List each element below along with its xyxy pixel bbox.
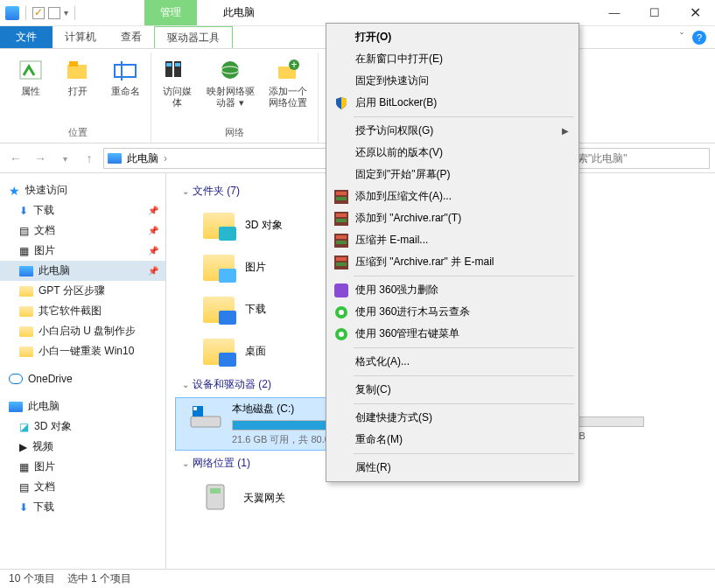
menu-item[interactable]: 重命名(M) (329, 429, 576, 451)
status-selected: 选中 1 个项目 (67, 571, 131, 586)
ribbon-add-net-location[interactable]: +添加一个网络位置 (265, 56, 311, 108)
maximize-button[interactable]: ☐ (634, 0, 675, 26)
menu-item[interactable]: 还原以前的版本(V) (329, 142, 576, 164)
qat-check-2[interactable] (48, 7, 60, 19)
ribbon-rename[interactable]: 重命名 (107, 56, 144, 97)
menu-item[interactable]: 使用 360管理右键菜单 (329, 323, 576, 345)
nav-back[interactable]: ← (5, 148, 26, 169)
folder-icon (19, 346, 33, 357)
360p-icon (333, 283, 349, 298)
menu-item[interactable]: 添加到 "Archive.rar"(T) (329, 207, 576, 229)
tab-computer[interactable]: 计算机 (53, 26, 109, 48)
menu-separator (354, 347, 574, 348)
menu-item[interactable]: 固定到快速访问 (329, 70, 576, 92)
svg-rect-33 (336, 257, 347, 261)
nav-history[interactable]: ▾ (54, 148, 75, 169)
tree-video[interactable]: ▶视频 (0, 437, 165, 457)
qat-check-1[interactable] (32, 7, 45, 19)
ribbon-group-location: 位置 (68, 123, 88, 143)
menu-item[interactable]: 在新窗口中打开(E) (329, 48, 576, 70)
pic-icon: ▦ (19, 461, 29, 473)
svg-rect-31 (336, 241, 347, 244)
status-total: 10 个项目 (9, 571, 55, 586)
folder-icon (19, 306, 33, 317)
tree-3d[interactable]: ◪3D 对象 (0, 416, 165, 437)
svg-rect-17 (191, 416, 221, 427)
360-icon (333, 304, 349, 320)
menu-item[interactable]: 打开(O) (329, 26, 576, 48)
tree-quick-access[interactable]: ★快速访问 (0, 180, 165, 200)
ribbon-collapse-icon[interactable]: ˇ (680, 32, 683, 44)
tree-pics[interactable]: ▦图片 (0, 457, 165, 477)
menu-item[interactable]: 启用 BitLocker(B) (329, 92, 576, 114)
help-icon[interactable]: ? (692, 31, 706, 45)
minimize-button[interactable]: — (594, 0, 634, 26)
menu-item[interactable]: 使用 360强力删除 (329, 279, 576, 301)
tree-dl[interactable]: ⬇下载 (0, 497, 165, 517)
tree-folder[interactable]: GPT 分区步骤 (0, 281, 165, 301)
close-button[interactable]: ✕ (675, 0, 715, 26)
menu-item[interactable]: 属性(R) (329, 457, 576, 479)
tree-this-pc-2[interactable]: 此电脑 (0, 396, 165, 416)
submenu-arrow: ▶ (562, 126, 569, 136)
nav-up[interactable]: ↑ (79, 148, 100, 169)
svg-rect-30 (336, 235, 347, 239)
menu-separator (354, 375, 574, 376)
breadcrumb-root[interactable]: 此电脑 (127, 151, 158, 166)
rar-icon (333, 211, 349, 227)
menu-separator (354, 403, 574, 404)
nav-tree: ★快速访问 ⬇下载📌 ▤文档📌 ▦图片📌 此电脑📌 GPT 分区步骤 其它软件截… (0, 173, 166, 569)
pc-icon (108, 153, 122, 164)
svg-text:+: + (291, 59, 297, 71)
search-box[interactable]: 搜索"此电脑" (561, 148, 710, 169)
tree-docs[interactable]: ▤文档 (0, 477, 165, 497)
qat-dropdown[interactable]: ▾ (64, 8, 68, 18)
tab-file[interactable]: 文件 (0, 26, 53, 48)
tree-documents[interactable]: ▤文档📌 (0, 220, 165, 241)
ribbon-properties[interactable]: 属性 (12, 56, 49, 97)
doc-icon: ▤ (19, 481, 29, 494)
menu-separator (354, 453, 574, 454)
menu-item[interactable]: 压缩并 E-mail... (329, 229, 576, 251)
pin-icon: 📌 (148, 226, 158, 235)
menu-item[interactable]: 添加到压缩文件(A)... (329, 186, 576, 207)
doc-icon: ▤ (19, 225, 29, 237)
ribbon-context-tab[interactable]: 管理 (144, 0, 197, 25)
svg-point-39 (339, 332, 344, 337)
tree-onedrive[interactable]: OneDrive (0, 370, 165, 388)
ribbon-map-drive[interactable]: 映射网络驱动器 ▾ (206, 56, 255, 108)
menu-separator (354, 276, 574, 276)
ribbon-open[interactable]: 打开 (60, 56, 96, 97)
tree-pictures[interactable]: ▦图片📌 (0, 241, 165, 261)
svg-rect-1 (67, 65, 87, 79)
pic-icon: ▦ (19, 245, 29, 257)
menu-item[interactable]: 格式化(A)... (329, 351, 576, 373)
menu-item[interactable]: 授予访问权限(G)▶ (329, 120, 576, 142)
video-icon: ▶ (19, 441, 27, 453)
pin-icon: 📌 (148, 246, 158, 256)
tree-this-pc[interactable]: 此电脑📌 (0, 261, 165, 281)
tab-drive-tools[interactable]: 驱动器工具 (154, 26, 233, 48)
pc-icon (9, 402, 23, 412)
svg-point-9 (221, 61, 239, 79)
svg-rect-25 (336, 197, 347, 200)
tree-folder[interactable]: 小白启动 U 盘制作步 (0, 321, 165, 341)
pin-icon: 📌 (148, 206, 158, 215)
cube-icon: ◪ (19, 421, 29, 433)
menu-item[interactable]: 固定到"开始"屏幕(P) (329, 164, 576, 186)
nav-forward[interactable]: → (30, 148, 51, 169)
svg-rect-24 (336, 192, 347, 195)
netloc-gateway[interactable]: 天翼网关 (175, 476, 706, 521)
tree-folder[interactable]: 小白一键重装 Win10 (0, 341, 165, 361)
folder-icon (19, 326, 33, 337)
svg-rect-3 (115, 65, 136, 77)
svg-rect-2 (69, 61, 78, 66)
menu-item[interactable]: 使用 360进行木马云查杀 (329, 301, 576, 323)
ribbon-access-media[interactable]: 访问媒体 (158, 56, 195, 108)
menu-item[interactable]: 创建快捷方式(S) (329, 407, 576, 429)
tab-view[interactable]: 查看 (109, 26, 154, 48)
tree-folder[interactable]: 其它软件截图 (0, 301, 165, 321)
tree-downloads[interactable]: ⬇下载📌 (0, 200, 165, 220)
menu-item[interactable]: 复制(C) (329, 379, 576, 401)
menu-item[interactable]: 压缩到 "Archive.rar" 并 E-mail (329, 251, 576, 273)
